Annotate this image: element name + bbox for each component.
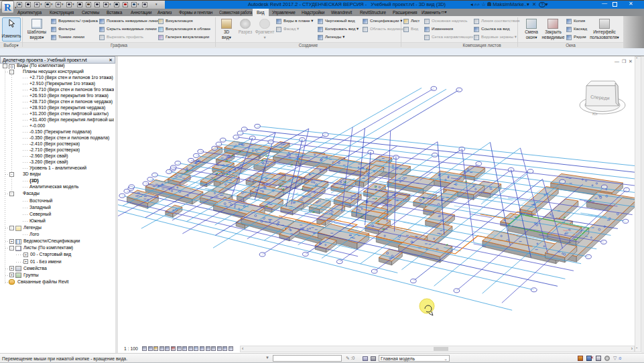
svg-text:Юг: Юг <box>592 112 598 116</box>
